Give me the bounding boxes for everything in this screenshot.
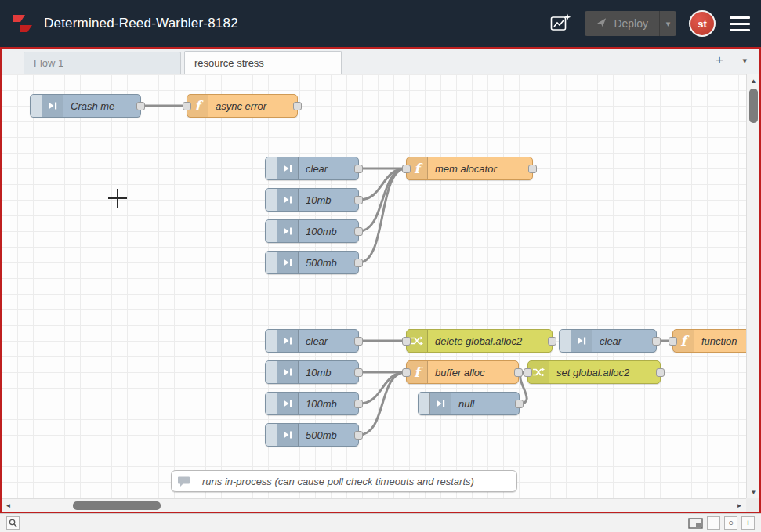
output-port[interactable]	[136, 102, 145, 110]
inject-icon	[277, 252, 299, 273]
inject-trigger-button[interactable]	[31, 95, 42, 117]
scroll-left-icon[interactable]: ◄	[2, 499, 15, 512]
node-clear-b[interactable]: clear	[265, 329, 359, 353]
input-port[interactable]	[402, 337, 411, 346]
inject-trigger-button[interactable]	[419, 393, 430, 414]
inject-icon	[277, 424, 299, 446]
inject-trigger-button[interactable]	[266, 189, 277, 211]
add-flow-button[interactable]: +	[716, 52, 723, 68]
node-100mb-a[interactable]: 100mb	[265, 219, 359, 243]
output-port[interactable]	[354, 400, 363, 408]
node-10mb-b[interactable]: 10mb	[265, 360, 359, 384]
node-async-error[interactable]: f async error	[187, 94, 298, 118]
inject-trigger-button[interactable]	[266, 361, 277, 383]
inject-trigger-button[interactable]	[266, 424, 277, 446]
output-port[interactable]	[652, 337, 661, 346]
footer-bar: − ○ +	[0, 513, 761, 532]
zoom-out-button[interactable]: −	[707, 516, 720, 530]
node-set-global-alloc2[interactable]: set global.alloc2	[527, 360, 661, 384]
flow-tabbar: Flow 1 resource stress + ▾	[2, 49, 759, 74]
node-clear-a[interactable]: clear	[265, 157, 359, 180]
zoom-reset-button[interactable]: ○	[724, 516, 737, 530]
output-port[interactable]	[656, 368, 665, 377]
node-buffer-alloc[interactable]: f buffer alloc	[406, 360, 519, 384]
inject-icon	[277, 361, 299, 383]
output-port[interactable]	[528, 165, 537, 173]
horizontal-scrollbar[interactable]: ◄ ►	[2, 498, 746, 512]
inject-icon	[277, 157, 299, 179]
scroll-up-icon[interactable]: ▲	[747, 74, 760, 87]
comment-icon	[172, 471, 195, 491]
flow-list-caret-icon[interactable]: ▾	[742, 56, 747, 66]
horizontal-scroll-thumb[interactable]	[73, 501, 161, 510]
flow-canvas[interactable]: Crash me f async error clear	[2, 74, 746, 498]
node-comment[interactable]: runs in-process (can cause poll check ti…	[171, 470, 517, 492]
inject-trigger-button[interactable]	[266, 252, 277, 273]
scrollbar-corner	[746, 498, 759, 512]
node-null[interactable]: null	[418, 392, 520, 415]
output-port[interactable]	[354, 259, 363, 267]
input-port[interactable]	[669, 337, 677, 346]
crosshair-cursor	[117, 189, 118, 208]
inject-icon	[571, 330, 592, 352]
search-flows-button[interactable]	[6, 516, 20, 530]
inject-trigger-button[interactable]	[266, 157, 277, 179]
inject-trigger-button[interactable]	[266, 393, 277, 414]
wire[interactable]	[359, 168, 406, 200]
inject-trigger-button[interactable]	[266, 330, 277, 352]
wire-layer	[2, 74, 746, 498]
inject-trigger-button[interactable]	[560, 330, 571, 352]
inject-icon	[277, 220, 299, 242]
inject-icon	[42, 95, 63, 117]
vertical-scroll-thumb[interactable]	[749, 89, 758, 123]
flow-chart-sparkle-icon[interactable]	[549, 12, 572, 35]
tab-resource-stress[interactable]: resource stress	[184, 51, 342, 74]
main-menu-icon[interactable]	[728, 13, 752, 34]
inject-icon	[430, 393, 451, 414]
scroll-down-icon[interactable]: ▼	[747, 486, 760, 498]
scroll-right-icon[interactable]: ►	[733, 499, 746, 512]
output-port[interactable]	[354, 227, 363, 236]
deploy-label: Deploy	[614, 17, 648, 30]
tab-flow1[interactable]: Flow 1	[24, 52, 181, 74]
inject-icon	[277, 330, 299, 352]
node-clear-c[interactable]: clear	[559, 329, 657, 353]
user-avatar[interactable]: st	[689, 10, 716, 37]
node-delete-global-alloc2[interactable]: delete global.alloc2	[406, 329, 553, 353]
output-port[interactable]	[515, 400, 524, 408]
workspace: Flow 1 resource stress + ▾	[0, 47, 761, 513]
zoom-in-button[interactable]: +	[741, 516, 755, 530]
node-crash-me[interactable]: Crash me	[30, 94, 141, 118]
node-function[interactable]: f function	[672, 329, 746, 353]
header-bar: Determined-Reed-Warbler-8182 Deploy ▾ st	[0, 0, 761, 47]
output-port[interactable]	[354, 368, 363, 377]
output-port[interactable]	[354, 165, 363, 173]
navigator-toggle-icon[interactable]	[688, 518, 703, 529]
output-port[interactable]	[514, 368, 523, 377]
instance-title: Determined-Reed-Warbler-8182	[44, 16, 238, 31]
node-mem-alocator[interactable]: f mem alocator	[406, 157, 533, 180]
output-port[interactable]	[354, 337, 363, 346]
inject-trigger-button[interactable]	[266, 220, 277, 242]
output-port[interactable]	[354, 196, 363, 204]
rocket-icon	[596, 16, 607, 31]
node-500mb-b[interactable]: 500mb	[265, 423, 359, 447]
wire[interactable]	[359, 372, 406, 404]
node-500mb-a[interactable]: 500mb	[265, 251, 359, 274]
input-port[interactable]	[183, 102, 191, 110]
inject-icon	[277, 189, 299, 211]
input-port[interactable]	[402, 368, 411, 377]
input-port[interactable]	[524, 368, 532, 377]
node-100mb-b[interactable]: 100mb	[265, 392, 359, 415]
deploy-options-caret[interactable]: ▾	[659, 11, 676, 36]
deploy-button[interactable]: Deploy ▾	[585, 11, 676, 36]
output-port[interactable]	[293, 102, 302, 110]
vertical-scrollbar[interactable]: ▲ ▼	[746, 74, 759, 498]
output-port[interactable]	[354, 431, 363, 440]
node-10mb-a[interactable]: 10mb	[265, 188, 359, 212]
output-port[interactable]	[548, 337, 556, 346]
app-logo-icon[interactable]	[9, 10, 36, 37]
inject-icon	[277, 393, 299, 414]
input-port[interactable]	[402, 165, 411, 173]
